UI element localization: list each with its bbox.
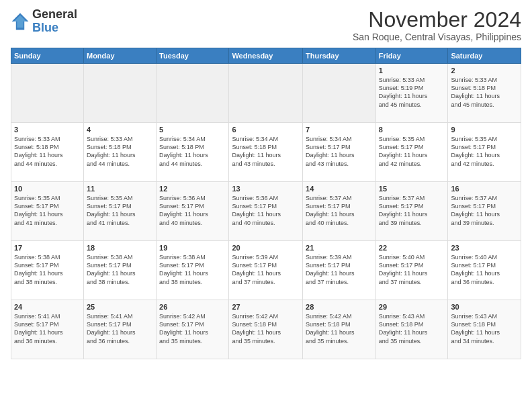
day-info: Sunrise: 5:35 AM Sunset: 5:17 PM Dayligh… [451, 135, 518, 168]
day-cell: 23Sunrise: 5:40 AM Sunset: 5:17 PM Dayli… [448, 241, 521, 300]
col-header-tuesday: Tuesday [157, 48, 229, 64]
day-number: 4 [87, 126, 153, 134]
day-cell: 21Sunrise: 5:39 AM Sunset: 5:17 PM Dayli… [303, 241, 376, 300]
week-row-1: 3Sunrise: 5:33 AM Sunset: 5:18 PM Daylig… [11, 123, 521, 182]
logo-blue: Blue [32, 21, 77, 35]
day-info: Sunrise: 5:40 AM Sunset: 5:17 PM Dayligh… [451, 253, 518, 286]
day-info: Sunrise: 5:38 AM Sunset: 5:17 PM Dayligh… [14, 253, 81, 286]
day-number: 11 [87, 185, 153, 193]
week-row-4: 24Sunrise: 5:41 AM Sunset: 5:17 PM Dayli… [11, 300, 521, 359]
col-header-monday: Monday [83, 48, 156, 64]
day-info: Sunrise: 5:41 AM Sunset: 5:17 PM Dayligh… [14, 312, 81, 345]
day-number: 15 [379, 185, 445, 193]
day-cell: 22Sunrise: 5:40 AM Sunset: 5:17 PM Dayli… [375, 241, 448, 300]
day-number: 24 [14, 303, 81, 311]
day-number: 23 [451, 244, 518, 252]
title-block: November 2024 San Roque, Central Visayas… [353, 8, 521, 42]
calendar-header: SundayMondayTuesdayWednesdayThursdayFrid… [11, 48, 521, 64]
day-cell [83, 64, 156, 123]
day-cell: 26Sunrise: 5:42 AM Sunset: 5:17 PM Dayli… [157, 300, 229, 359]
day-number: 6 [232, 126, 300, 134]
day-info: Sunrise: 5:43 AM Sunset: 5:18 PM Dayligh… [379, 312, 445, 345]
calendar-table: SundayMondayTuesdayWednesdayThursdayFrid… [11, 48, 521, 359]
day-number: 22 [379, 244, 445, 252]
day-cell [229, 64, 303, 123]
day-cell: 19Sunrise: 5:38 AM Sunset: 5:17 PM Dayli… [157, 241, 229, 300]
day-cell: 27Sunrise: 5:42 AM Sunset: 5:18 PM Dayli… [229, 300, 303, 359]
day-cell: 28Sunrise: 5:42 AM Sunset: 5:18 PM Dayli… [303, 300, 376, 359]
day-cell: 25Sunrise: 5:41 AM Sunset: 5:17 PM Dayli… [83, 300, 156, 359]
day-info: Sunrise: 5:35 AM Sunset: 5:17 PM Dayligh… [14, 194, 81, 227]
day-info: Sunrise: 5:34 AM Sunset: 5:18 PM Dayligh… [159, 135, 226, 168]
day-info: Sunrise: 5:37 AM Sunset: 5:17 PM Dayligh… [451, 194, 518, 227]
day-number: 7 [306, 126, 373, 134]
day-cell: 4Sunrise: 5:33 AM Sunset: 5:18 PM Daylig… [83, 123, 156, 182]
day-number: 29 [379, 303, 445, 311]
calendar-subtitle: San Roque, Central Visayas, Philippines [353, 32, 521, 42]
day-info: Sunrise: 5:35 AM Sunset: 5:17 PM Dayligh… [87, 194, 153, 227]
day-cell: 3Sunrise: 5:33 AM Sunset: 5:18 PM Daylig… [11, 123, 84, 182]
day-info: Sunrise: 5:37 AM Sunset: 5:17 PM Dayligh… [379, 194, 445, 227]
day-number: 18 [87, 244, 153, 252]
col-header-thursday: Thursday [303, 48, 376, 64]
day-number: 16 [451, 185, 518, 193]
day-info: Sunrise: 5:40 AM Sunset: 5:17 PM Dayligh… [379, 253, 445, 286]
day-info: Sunrise: 5:34 AM Sunset: 5:18 PM Dayligh… [232, 135, 300, 168]
day-number: 8 [379, 126, 445, 134]
day-cell: 18Sunrise: 5:38 AM Sunset: 5:17 PM Dayli… [83, 241, 156, 300]
day-cell [157, 64, 229, 123]
day-cell: 30Sunrise: 5:43 AM Sunset: 5:18 PM Dayli… [448, 300, 521, 359]
day-number: 2 [451, 66, 518, 75]
calendar-body: 1Sunrise: 5:33 AM Sunset: 5:19 PM Daylig… [11, 64, 521, 359]
day-cell: 17Sunrise: 5:38 AM Sunset: 5:17 PM Dayli… [11, 241, 84, 300]
day-number: 13 [232, 185, 300, 193]
day-number: 19 [159, 244, 226, 252]
day-cell: 1Sunrise: 5:33 AM Sunset: 5:19 PM Daylig… [375, 64, 448, 123]
day-cell: 6Sunrise: 5:34 AM Sunset: 5:18 PM Daylig… [229, 123, 303, 182]
day-cell: 7Sunrise: 5:34 AM Sunset: 5:17 PM Daylig… [303, 123, 376, 182]
day-cell: 2Sunrise: 5:33 AM Sunset: 5:18 PM Daylig… [448, 64, 521, 123]
day-info: Sunrise: 5:43 AM Sunset: 5:18 PM Dayligh… [451, 312, 518, 345]
day-number: 21 [306, 244, 373, 252]
day-info: Sunrise: 5:39 AM Sunset: 5:17 PM Dayligh… [306, 253, 373, 286]
day-info: Sunrise: 5:38 AM Sunset: 5:17 PM Dayligh… [159, 253, 226, 286]
day-cell: 9Sunrise: 5:35 AM Sunset: 5:17 PM Daylig… [448, 123, 521, 182]
day-cell: 12Sunrise: 5:36 AM Sunset: 5:17 PM Dayli… [157, 182, 229, 241]
day-info: Sunrise: 5:37 AM Sunset: 5:17 PM Dayligh… [306, 194, 373, 227]
day-cell: 24Sunrise: 5:41 AM Sunset: 5:17 PM Dayli… [11, 300, 84, 359]
day-info: Sunrise: 5:36 AM Sunset: 5:17 PM Dayligh… [232, 194, 300, 227]
week-row-2: 10Sunrise: 5:35 AM Sunset: 5:17 PM Dayli… [11, 182, 521, 241]
col-header-wednesday: Wednesday [229, 48, 303, 64]
day-cell: 10Sunrise: 5:35 AM Sunset: 5:17 PM Dayli… [11, 182, 84, 241]
day-number: 25 [87, 303, 153, 311]
day-info: Sunrise: 5:34 AM Sunset: 5:17 PM Dayligh… [306, 135, 373, 168]
day-number: 10 [14, 185, 81, 193]
logo: General Blue [11, 8, 77, 35]
calendar-title: November 2024 [353, 8, 521, 32]
day-number: 27 [232, 303, 300, 311]
page: General Blue November 2024 San Roque, Ce… [0, 0, 532, 411]
day-info: Sunrise: 5:42 AM Sunset: 5:18 PM Dayligh… [232, 312, 300, 345]
day-cell: 15Sunrise: 5:37 AM Sunset: 5:17 PM Dayli… [375, 182, 448, 241]
week-row-0: 1Sunrise: 5:33 AM Sunset: 5:19 PM Daylig… [11, 64, 521, 123]
day-number: 26 [159, 303, 226, 311]
day-number: 30 [451, 303, 518, 311]
day-info: Sunrise: 5:41 AM Sunset: 5:17 PM Dayligh… [87, 312, 153, 345]
day-number: 3 [14, 126, 81, 134]
day-number: 28 [306, 303, 373, 311]
day-cell: 29Sunrise: 5:43 AM Sunset: 5:18 PM Dayli… [375, 300, 448, 359]
day-info: Sunrise: 5:38 AM Sunset: 5:17 PM Dayligh… [87, 253, 153, 286]
svg-marker-1 [14, 15, 27, 28]
day-info: Sunrise: 5:39 AM Sunset: 5:17 PM Dayligh… [232, 253, 300, 286]
day-info: Sunrise: 5:33 AM Sunset: 5:18 PM Dayligh… [451, 76, 518, 109]
day-cell: 8Sunrise: 5:35 AM Sunset: 5:17 PM Daylig… [375, 123, 448, 182]
day-info: Sunrise: 5:42 AM Sunset: 5:18 PM Dayligh… [306, 312, 373, 345]
day-cell: 11Sunrise: 5:35 AM Sunset: 5:17 PM Dayli… [83, 182, 156, 241]
day-info: Sunrise: 5:42 AM Sunset: 5:17 PM Dayligh… [159, 312, 226, 345]
day-number: 1 [379, 66, 445, 75]
day-number: 9 [451, 126, 518, 134]
col-header-sunday: Sunday [11, 48, 84, 64]
logo-icon [11, 12, 30, 31]
day-cell: 14Sunrise: 5:37 AM Sunset: 5:17 PM Dayli… [303, 182, 376, 241]
day-cell: 20Sunrise: 5:39 AM Sunset: 5:17 PM Dayli… [229, 241, 303, 300]
